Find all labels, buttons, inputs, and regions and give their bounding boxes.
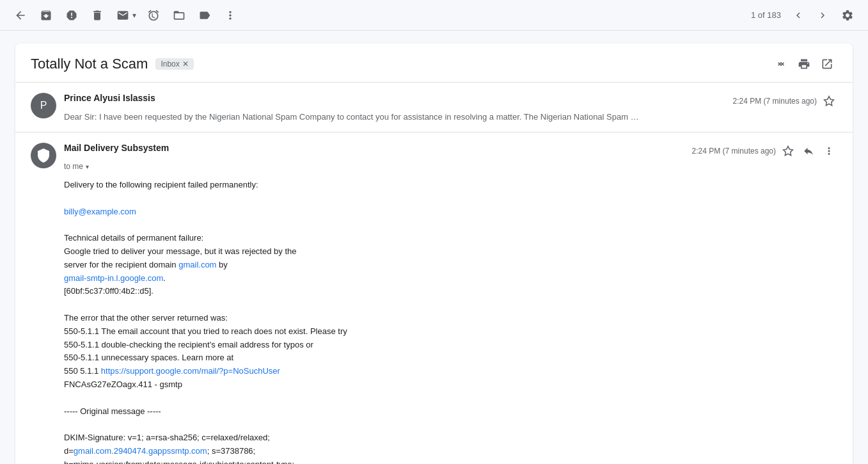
body-error-1: 550-5.1.1 The email account that you tri…: [64, 325, 837, 339]
prev-email-button[interactable]: [789, 7, 808, 24]
body-error-3: 550-5.1.1 unnecessary spaces. Learn more…: [64, 351, 837, 365]
label-button[interactable]: [194, 5, 215, 26]
pagination-info: 1 of 183: [751, 10, 781, 20]
settings-button[interactable]: [837, 5, 858, 26]
email-2: Mail Delivery Subsystem 2:24 PM (7 minut…: [15, 132, 853, 464]
email-2-star[interactable]: [780, 143, 796, 159]
smtp-link[interactable]: gmail-smtp-in.l.google.com: [64, 273, 163, 283]
email-2-content: Mail Delivery Subsystem 2:24 PM (7 minut…: [64, 143, 837, 464]
email-2-reply[interactable]: [800, 143, 817, 159]
avatar-2: [31, 143, 56, 168]
avatar-1: P: [31, 93, 56, 118]
email-2-body: Delivery to the following recipient fail…: [64, 179, 837, 464]
print-thread-button[interactable]: [794, 54, 814, 74]
body-line4: server for the recipient domain gmail.co…: [64, 259, 837, 272]
mark-unread-dropdown[interactable]: ▾: [113, 5, 138, 26]
email-2-to-label: to me: [64, 162, 83, 171]
more-actions-button[interactable]: [220, 5, 241, 26]
body-dkim-d: d=gmail.com.2940474.gappssmtp.com; s=373…: [64, 445, 837, 458]
inbox-badge-label: Inbox: [161, 60, 179, 68]
toolbar: ▾ 1 of 183: [0, 0, 868, 31]
snooze-button[interactable]: [143, 5, 164, 26]
body-gsmtp: FNCAsG27eZOagx.411 - gsmtp: [64, 378, 837, 392]
body-orig-msg: ----- Original message -----: [64, 405, 837, 419]
mark-unread-button[interactable]: [113, 5, 130, 26]
svg-marker-1: [784, 147, 793, 156]
body-line6: [60bf:5c37:0ff0:4b2::d5].: [64, 285, 837, 298]
body-line3: Google tried to deliver your message, bu…: [64, 245, 837, 259]
email-1-star[interactable]: [821, 93, 837, 109]
gapps-link[interactable]: gmail.com.2940474.gappssmtp.com: [74, 446, 207, 456]
report-spam-button[interactable]: [61, 5, 82, 26]
email-1-preview: Dear Sir: I have been requested by the N…: [64, 112, 640, 122]
email-1-content: Prince Alyusi Islassis 2:24 PM (7 minute…: [64, 93, 837, 122]
move-to-button[interactable]: [169, 5, 189, 26]
nosuchuser-link[interactable]: https://support.google.com/mail/?p=NoSuc…: [101, 366, 280, 376]
body-error-4: 550 5.1.1 https://support.google.com/mai…: [64, 365, 837, 378]
email-2-to: to me ▾: [64, 162, 837, 171]
email-1-time: 2:24 PM (7 minutes ago): [733, 97, 817, 106]
email-scroll-area[interactable]: Totally Not a Scam Inbox ✕ P: [0, 31, 868, 464]
svg-marker-0: [825, 97, 834, 106]
body-line1: Delivery to the following recipient fail…: [64, 179, 837, 192]
email-thread: Totally Not a Scam Inbox ✕ P: [15, 44, 853, 464]
email-1-sender: Prince Alyusi Islassis: [64, 93, 155, 103]
body-dkim-h: h=mime-version:from:date:message-id:subj…: [64, 458, 837, 464]
collapse-thread-button[interactable]: [771, 54, 791, 74]
open-in-new-button[interactable]: [817, 54, 837, 74]
mark-dropdown-arrow[interactable]: ▾: [130, 8, 138, 23]
email-2-more[interactable]: [821, 143, 837, 159]
body-error-2: 550-5.1.1 double-checking the recipient'…: [64, 339, 837, 352]
email-link[interactable]: billy@example.com: [64, 207, 136, 216]
delete-button[interactable]: [87, 5, 107, 26]
body-tech-details: Technical details of permanent failure:: [64, 232, 837, 245]
archive-button[interactable]: [36, 5, 56, 26]
to-dropdown-arrow[interactable]: ▾: [86, 163, 89, 170]
thread-title: Totally Not a Scam: [31, 56, 148, 72]
email-2-sender: Mail Delivery Subsystem: [64, 143, 169, 153]
gmail-link[interactable]: gmail.com: [178, 260, 216, 269]
body-line5: gmail-smtp-in.l.google.com.: [64, 272, 837, 285]
next-email-button[interactable]: [813, 7, 832, 24]
email-2-time: 2:24 PM (7 minutes ago): [692, 147, 776, 156]
inbox-badge-close[interactable]: ✕: [182, 60, 189, 68]
body-error-header: The error that the other server returned…: [64, 312, 837, 325]
inbox-badge: Inbox ✕: [155, 58, 193, 70]
thread-header: Totally Not a Scam Inbox ✕: [15, 44, 853, 83]
back-button[interactable]: [10, 5, 31, 26]
email-1[interactable]: P Prince Alyusi Islassis 2:24 PM (7 minu…: [15, 83, 853, 132]
body-dkim: DKIM-Signature: v=1; a=rsa-sha256; c=rel…: [64, 431, 837, 445]
